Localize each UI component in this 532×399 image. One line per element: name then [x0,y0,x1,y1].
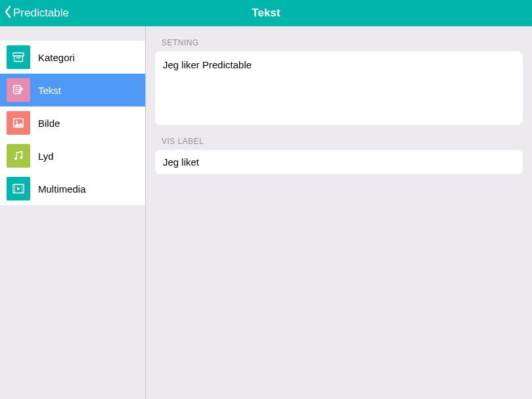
vis-label-input[interactable]: Jeg liket [155,150,523,174]
sidebar: Kategori Tekst Bilde Lyd Multimedia [0,26,146,399]
back-button[interactable]: Predictable [0,5,69,22]
sidebar-item-kategori[interactable]: Kategori [0,41,145,74]
title-bar: Predictable Tekst [0,0,532,26]
svg-rect-1 [14,56,23,61]
chevron-left-icon [4,5,13,22]
content-pane: SETNING Jeg liker Predictable VIS LABEL … [146,26,532,399]
page-title: Tekst [252,7,280,20]
setning-textarea[interactable]: Jeg liker Predictable [155,51,523,125]
sidebar-item-label: Tekst [38,85,61,96]
music-icon [7,144,30,168]
sidebar-item-tekst[interactable]: Tekst [0,74,145,106]
section-header-setning: SETNING [162,38,523,47]
svg-point-9 [14,158,17,160]
archive-icon [7,45,30,69]
image-icon [7,111,30,135]
setning-value: Jeg liker Predictable [163,59,252,70]
sidebar-item-bilde[interactable]: Bilde [0,106,145,139]
sidebar-item-lyd[interactable]: Lyd [0,139,145,172]
sidebar-item-multimedia[interactable]: Multimedia [0,172,145,205]
svg-point-10 [20,156,22,159]
sidebar-item-label: Bilde [38,118,60,129]
svg-point-8 [16,121,18,123]
sidebar-item-label: Multimedia [38,183,86,195]
sidebar-item-label: Kategori [38,52,75,63]
vis-label-value: Jeg liket [163,156,199,168]
section-header-vis-label: VIS LABEL [162,137,523,146]
sidebar-item-label: Lyd [38,151,54,162]
play-icon [7,177,30,200]
back-label: Predictable [13,7,69,20]
edit-icon [7,78,30,102]
